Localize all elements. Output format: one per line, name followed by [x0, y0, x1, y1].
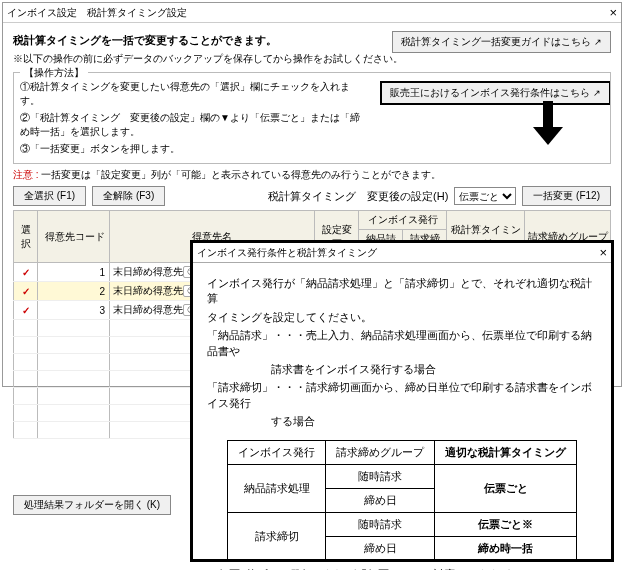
ct-g1: 随時請求 — [326, 464, 435, 488]
row-check[interactable]: ✓ — [14, 263, 38, 282]
row-code: 3 — [38, 301, 110, 320]
ct-h1: インボイス発行 — [228, 440, 326, 464]
ct-r1: 納品請求処理 — [228, 464, 326, 512]
guide-link-button[interactable]: 税計算タイミング一括変更ガイドはこちら ↗ — [392, 31, 611, 53]
th-code: 得意先コード — [38, 211, 110, 263]
th-select: 選択 — [14, 211, 38, 263]
row-check[interactable]: ✓ — [14, 301, 38, 320]
modal-titlebar: インボイス発行条件と税計算タイミング × — [193, 243, 611, 263]
ct-g4: 締め日 — [326, 536, 435, 560]
post-setting-select[interactable]: 伝票ごと — [454, 187, 516, 205]
modal-p2: タイミングを設定してください。 — [207, 310, 597, 325]
warning-text: 一括変更は「設定変更」列が「可能」と表示されている得意先のみ行うことができます。 — [41, 169, 441, 180]
modal-p3b: 請求書をインボイス発行する場合 — [207, 362, 597, 377]
modal-p4: 「請求締切」・・・請求締切画面から、締め日単位で印刷する請求書をインボイス発行 — [207, 380, 597, 411]
ct-h2: 請求締めグループ — [326, 440, 435, 464]
bulk-change-button[interactable]: 一括変更 (F12) — [522, 186, 611, 206]
main-titlebar: インボイス設定 税計算タイミング設定 × — [3, 3, 621, 23]
row-code: 1 — [38, 263, 110, 282]
th-invoice-issue: インボイス発行 — [359, 211, 447, 230]
row-code: 2 — [38, 282, 110, 301]
row-check[interactable]: ✓ — [14, 282, 38, 301]
select-all-button[interactable]: 全選択 (F1) — [13, 186, 86, 206]
ct-g3: 随時請求 — [326, 512, 435, 536]
invoice-condition-modal: インボイス発行条件と税計算タイミング × インボイス発行が「納品請求処理」と「請… — [190, 240, 614, 562]
modal-title: インボイス発行条件と税計算タイミング — [197, 246, 599, 260]
ct-h3: 適切な税計算タイミング — [435, 440, 577, 464]
condition-table: インボイス発行 請求締めグループ 適切な税計算タイミング 納品請求処理 随時請求… — [227, 440, 577, 561]
method-step-2: ②「税計算タイミング 変更後の設定」欄の▼より「伝票ごと」または「締め時一括」を… — [20, 111, 360, 139]
modal-p1: インボイス発行が「納品請求処理」と「請求締切」とで、それぞれ適切な税計算 — [207, 276, 597, 307]
method-legend: 【操作方法】 — [20, 66, 88, 80]
ct-g2: 締め日 — [326, 488, 435, 512]
result-folder-button[interactable]: 処理結果フォルダーを開く (K) — [13, 495, 171, 515]
ct-t3: 締め時一括 — [435, 536, 577, 560]
modal-note1: ※伝票1枚ずつの発行であれば「伝票ごと」で対応できますが、 — [207, 567, 597, 570]
window-title: インボイス設定 税計算タイミング設定 — [7, 6, 609, 20]
close-icon[interactable]: × — [609, 5, 617, 20]
warning-row: 注意 : 一括変更は「設定変更」列が「可能」と表示されている得意先のみ行うことが… — [13, 168, 611, 182]
ct-t1: 伝票ごと — [435, 464, 577, 512]
modal-body: インボイス発行が「納品請求処理」と「請求締切」とで、それぞれ適切な税計算 タイミ… — [193, 263, 611, 570]
modal-p4b: する場合 — [207, 414, 597, 429]
post-setting-label: 税計算タイミング 変更後の設定(H) — [268, 189, 448, 204]
external-link-icon: ↗ — [594, 37, 602, 47]
ct-r2: 請求締切 — [228, 512, 326, 560]
method-step-1: ①税計算タイミングを変更したい得意先の「選択」欄にチェックを入れます。 — [20, 80, 360, 108]
ct-t2: 伝票ごと※ — [435, 512, 577, 536]
toolbar-row: 全選択 (F1) 全解除 (F3) 税計算タイミング 変更後の設定(H) 伝票ご… — [13, 186, 611, 206]
backup-message: ※以下の操作の前に必ずデータのバックアップを保存してから操作をお試しください。 — [13, 52, 611, 66]
guide-link-label: 税計算タイミング一括変更ガイドはこちら — [401, 36, 591, 47]
modal-close-icon[interactable]: × — [599, 245, 607, 260]
method-box: 【操作方法】 ①税計算タイミングを変更したい得意先の「選択」欄にチェックを入れま… — [13, 72, 611, 164]
method-step-3: ③「一括変更」ボタンを押します。 — [20, 142, 604, 156]
modal-p3: 「納品請求」・・・売上入力、納品請求処理画面から、伝票単位で印刷する納品書や — [207, 328, 597, 359]
warning-label: 注意 : — [13, 169, 39, 180]
clear-all-button[interactable]: 全解除 (F3) — [92, 186, 165, 206]
